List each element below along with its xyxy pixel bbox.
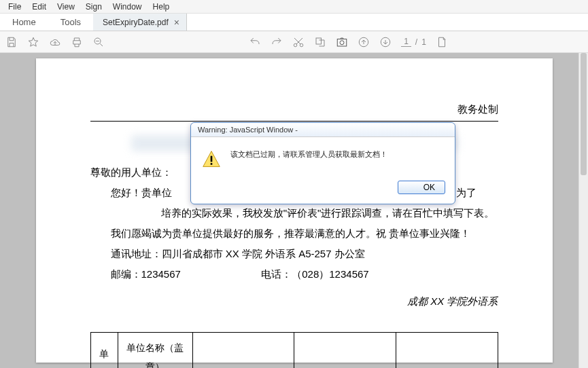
- tab-document[interactable]: SetExpiryDate.pdf ×: [93, 14, 187, 31]
- menu-view[interactable]: View: [52, 1, 80, 13]
- svg-rect-4: [337, 39, 347, 46]
- save-icon[interactable]: [5, 36, 18, 48]
- cut-icon[interactable]: [292, 36, 305, 48]
- contact-line: 邮编：1234567 电话：（028）1234567: [90, 264, 498, 284]
- page-total: 1: [421, 37, 426, 47]
- header-right: 教务处制: [90, 99, 498, 122]
- tab-close-icon[interactable]: ×: [174, 17, 179, 28]
- toolbar: 1 / 1: [0, 31, 588, 53]
- zoom-icon[interactable]: [92, 36, 105, 48]
- svg-rect-9: [211, 163, 213, 165]
- page-current[interactable]: 1: [401, 37, 411, 47]
- document-viewport[interactable]: 教务处制 尊敬的用人单位： 您好！贵单位 （她）的关心与培养。为了 培养的实际效…: [0, 53, 588, 368]
- dialog-message: 该文档已过期，请联系管理人员获取最新文档！: [230, 149, 387, 160]
- warning-dialog: Warning: JavaScript Window - 该文档已过期，请联系管…: [190, 122, 455, 204]
- table-cell-unit: 单位: [90, 333, 118, 369]
- print-icon[interactable]: [71, 36, 83, 48]
- undo-icon[interactable]: [249, 36, 261, 48]
- warning-icon: [202, 149, 221, 168]
- tab-home[interactable]: Home: [0, 14, 48, 31]
- menu-sign[interactable]: Sign: [80, 1, 107, 13]
- cloud-icon[interactable]: [49, 36, 61, 48]
- copy-icon[interactable]: [314, 36, 326, 48]
- scrollbar-thumb[interactable]: [581, 53, 587, 175]
- svg-point-5: [340, 40, 344, 44]
- ok-button[interactable]: OK: [398, 181, 445, 194]
- tab-document-label: SetExpiryDate.pdf: [103, 18, 169, 27]
- page-down-icon[interactable]: [379, 36, 392, 48]
- menu-file[interactable]: File: [3, 1, 27, 13]
- menu-window[interactable]: Window: [107, 1, 148, 13]
- menu-help[interactable]: Help: [148, 1, 175, 13]
- tab-tools[interactable]: Tools: [48, 14, 93, 31]
- svg-rect-8: [211, 156, 213, 162]
- page-indicator: 1 / 1: [401, 37, 426, 47]
- pdf-page: 教务处制 尊敬的用人单位： 您好！贵单位 （她）的关心与培养。为了 培养的实际效…: [36, 58, 553, 363]
- scrollbar-track[interactable]: [578, 53, 588, 368]
- menubar: File Edit View Sign Window Help: [0, 0, 588, 14]
- tabrow: Home Tools SetExpiryDate.pdf ×: [0, 14, 588, 31]
- table-cell-unitname: 单位名称（盖章）: [118, 333, 192, 369]
- signature: 成都 XX 学院外语系: [90, 291, 498, 312]
- form-table: 单位 单位名称（盖章）: [90, 332, 498, 368]
- star-icon[interactable]: [27, 36, 39, 48]
- page-up-icon[interactable]: [358, 36, 370, 48]
- dialog-titlebar[interactable]: Warning: JavaScript Window -: [191, 123, 455, 137]
- snapshot-icon[interactable]: [336, 36, 348, 48]
- redo-icon[interactable]: [271, 36, 283, 48]
- body-2: 我们愿竭诚为贵单位提供最好的服务，推荐最满意的人才。祝 贵单位事业兴隆！: [90, 223, 498, 244]
- svg-rect-3: [316, 38, 322, 44]
- page-sep: /: [415, 37, 417, 47]
- address-line: 通讯地址：四川省成都市 XX 学院 外语系 A5-257 办公室: [90, 244, 498, 264]
- page-icon[interactable]: [436, 36, 448, 48]
- menu-edit[interactable]: Edit: [27, 1, 52, 13]
